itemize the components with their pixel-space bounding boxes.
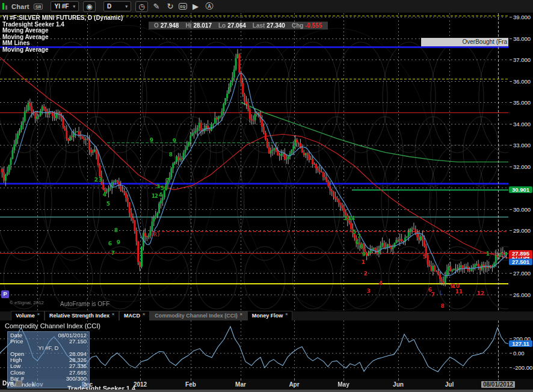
time-axis-tick	[449, 379, 450, 381]
quote-button[interactable]: EQ	[179, 3, 187, 10]
time-axis-tick	[191, 379, 191, 381]
time-axis-label: Feb	[185, 381, 196, 388]
seeker-count-label: 3	[367, 288, 371, 294]
price-axis-badge: 27.501	[509, 259, 532, 265]
chevron-down-icon: ▾	[73, 4, 75, 9]
seeker-count-label: 2	[94, 177, 98, 183]
symbol-value: YI #F	[54, 3, 69, 10]
close-icon[interactable]: ×	[37, 311, 40, 320]
price-chart-canvas[interactable]	[0, 13, 508, 311]
quote-field-label: Lo	[218, 22, 226, 29]
window-title: Chart	[11, 3, 29, 10]
price-axis-label: 35.000	[513, 99, 531, 106]
seeker-count-label: 12	[477, 290, 485, 296]
price-axis-label: 34.000	[513, 121, 531, 127]
seeker-count-label: 11	[455, 289, 463, 295]
seeker-count-label: 6	[108, 240, 112, 247]
seeker-count-label: 2	[364, 271, 368, 277]
time-axis-label: 08/01/2012	[481, 381, 515, 388]
quote-field-value: 27.340	[266, 22, 285, 29]
time-axis-tick	[294, 379, 295, 381]
seeker-count-label: 4	[351, 215, 355, 221]
tab-label: Money Flow	[252, 311, 283, 320]
quote-field-label: Chg	[292, 22, 303, 29]
seeker-count-label: 9	[150, 137, 153, 143]
close-icon[interactable]: ×	[143, 311, 145, 320]
time-axis-label: Jul	[445, 381, 454, 388]
indicator-tab[interactable]: Volume×	[11, 311, 45, 320]
window-resize-edge[interactable]	[0, 390, 533, 392]
tab-label: Commodity Channel Index (CCI)	[155, 311, 238, 320]
time-settings-button[interactable]: ◷	[135, 1, 148, 12]
close-icon[interactable]: ×	[240, 311, 242, 320]
price-axis-label: 29.000	[513, 227, 531, 234]
seeker-count-label: 7	[111, 250, 115, 256]
dyn-text: Dyn	[2, 380, 14, 387]
cci-axis-badge: 127.11	[509, 340, 532, 347]
indicator-tab[interactable]: Relative Strength Index×	[45, 311, 119, 320]
indicator-tab[interactable]: MACD×	[119, 311, 150, 320]
seeker-count-label: L	[439, 290, 443, 296]
indicator-tab[interactable]: Money Flow×	[247, 311, 293, 320]
dynamic-mode-label: Dyn	[2, 380, 22, 387]
legend-item: Moving Average	[2, 28, 123, 34]
page-badge[interactable]: P	[1, 290, 9, 298]
clock-icon: ◷	[138, 2, 144, 11]
chart-window: Chart SR YI #F ▾ ◉ D ▾ ◷ ✎ ↻ EQ ▶ Ⓐ YI #…	[0, 0, 533, 392]
price-axis-label: 37.000	[513, 57, 531, 63]
quote-field: Chg-0.555	[292, 22, 322, 29]
close-icon[interactable]: ×	[112, 311, 114, 320]
seeker-count-label: 3	[99, 177, 102, 183]
interval-value: D	[107, 3, 111, 10]
indicator-tab[interactable]: Commodity Channel Index (CCI)×	[150, 311, 247, 320]
quote-field-label: O	[154, 22, 159, 29]
quote-field: O27.948	[154, 22, 179, 29]
seeker-count-label: 5	[353, 229, 356, 235]
toolbar: Chart SR YI #F ▾ ◉ D ▾ ◷ ✎ ↻ EQ ▶ Ⓐ	[0, 0, 533, 13]
cci-panel-title: Commodity Channel Index (CCI)	[5, 322, 100, 329]
price-axis[interactable]: 39.00038.00037.00036.00035.00034.00033.0…	[508, 13, 533, 379]
time-axis-tick	[241, 379, 241, 381]
time-axis-label: Mar	[235, 381, 246, 388]
tooltip-label: Price	[10, 338, 23, 345]
seeker-count-label: 1	[362, 259, 365, 265]
seeker-count-label: 8	[360, 243, 363, 250]
seeker-count-label: 5	[423, 254, 427, 260]
quote-field-value: 27.064	[227, 22, 246, 29]
close-icon[interactable]: ×	[285, 311, 288, 320]
window-badge: SR	[34, 4, 43, 10]
play-button[interactable]: ▶	[190, 2, 201, 11]
refresh-button[interactable]: ↻	[165, 2, 176, 11]
time-axis-label: Apr	[289, 381, 299, 388]
seeker-count-label: 7	[357, 233, 361, 239]
seeker-count-label: 7	[431, 292, 435, 298]
price-axis-label: 26.000	[513, 292, 531, 298]
quote-field-value: -0.555	[305, 22, 322, 29]
seeker-count-label: 6	[356, 239, 359, 245]
seeker-count-label: 5	[106, 201, 110, 207]
quote-field-label: Hi	[185, 22, 191, 29]
seeker-count-label: 3	[156, 183, 160, 189]
time-axis-tick	[140, 379, 141, 381]
chevron-down-icon: ▾	[125, 4, 128, 9]
tooltip-value: YI #F, D	[39, 345, 59, 351]
seeker-count-label: 2	[155, 193, 158, 199]
price-axis-label: 39.000	[513, 14, 531, 20]
symbol-settings-button[interactable]: ◉	[83, 1, 96, 12]
seeker-count-label: (R)	[150, 231, 159, 237]
auto-button[interactable]: Ⓐ	[204, 1, 215, 12]
price-axis-badge: 27.895	[509, 250, 532, 257]
legend-item: Moving Average	[2, 47, 123, 54]
seeker-count-label: 4	[159, 192, 162, 198]
quote-field-value: 27.948	[161, 22, 179, 29]
copyright-text: © eSignal, 2012	[10, 300, 44, 305]
indicator-tabbar: Volume×Relative Strength Index×MACD×Comm…	[0, 311, 533, 320]
seeker-count-label: 4	[103, 191, 106, 197]
symbol-dropdown[interactable]: YI #F ▾	[51, 1, 78, 11]
quote-field: Lo27.064	[218, 22, 246, 29]
seeker-count-label: 1	[486, 251, 490, 257]
price-axis-label: 38.000	[513, 35, 531, 42]
draw-pencil-button[interactable]: ✎	[151, 2, 162, 11]
interval-dropdown[interactable]: D ▾	[103, 1, 131, 11]
time-axis-label: May	[337, 381, 349, 388]
